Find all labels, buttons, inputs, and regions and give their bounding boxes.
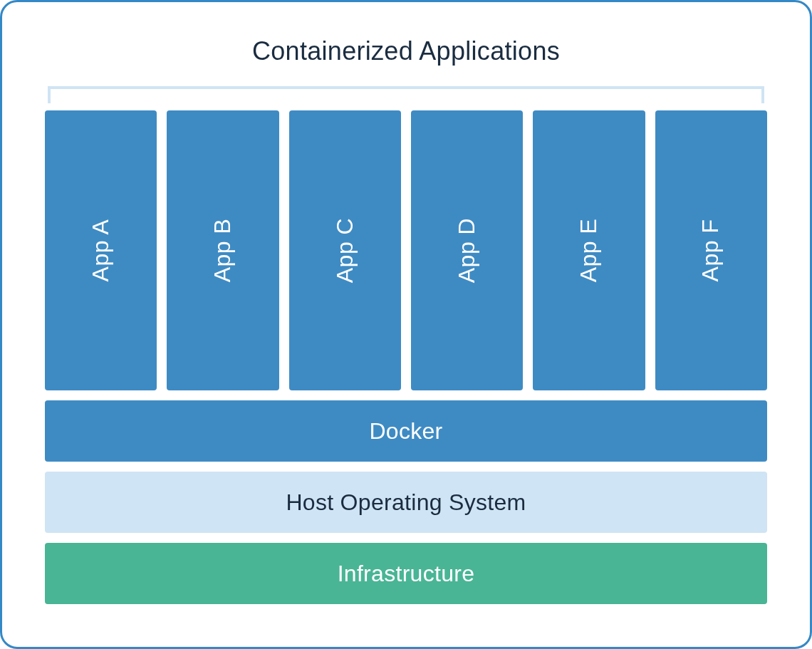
app-box-c: App C (289, 110, 401, 390)
layer-os-label: Host Operating System (286, 489, 526, 516)
layer-infrastructure: Infrastructure (45, 543, 767, 604)
app-box-e: App E (533, 110, 645, 390)
layer-infrastructure-label: Infrastructure (338, 561, 475, 587)
app-label: App F (698, 219, 724, 282)
app-label: App E (576, 219, 602, 283)
app-label: App D (454, 218, 480, 283)
grouping-bracket (48, 86, 764, 103)
diagram-title: Containerized Applications (45, 36, 767, 66)
layer-host-os: Host Operating System (45, 472, 767, 533)
app-label: App C (332, 218, 358, 283)
app-box-f: App F (655, 110, 767, 390)
apps-row: App A App B App C App D App E App F (45, 110, 767, 390)
app-label: App B (209, 219, 236, 283)
layer-docker: Docker (45, 400, 767, 462)
app-label: App A (88, 219, 114, 282)
diagram-container: Containerized Applications App A App B A… (0, 0, 812, 649)
layer-docker-label: Docker (369, 418, 442, 445)
app-box-b: App B (167, 110, 279, 390)
app-box-a: App A (45, 110, 157, 390)
app-box-d: App D (411, 110, 523, 390)
